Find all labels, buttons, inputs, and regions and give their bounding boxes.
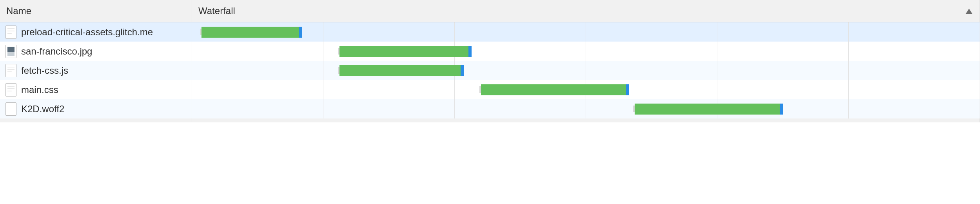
document-file-icon bbox=[5, 83, 16, 97]
waterfall-gridlines bbox=[192, 99, 980, 118]
timing-bar-download bbox=[481, 84, 626, 95]
document-file-icon bbox=[5, 26, 16, 39]
name-cell: K2D.woff2 bbox=[0, 99, 192, 118]
name-cell: fetch-css.js bbox=[0, 61, 192, 80]
table-row[interactable]: fetch-css.js bbox=[0, 61, 980, 80]
blank-file-icon bbox=[5, 102, 16, 116]
table-row[interactable]: main.css bbox=[0, 80, 980, 99]
timing-bar-end bbox=[461, 65, 464, 76]
timing-bar-end bbox=[468, 46, 472, 57]
timing-bar[interactable] bbox=[479, 84, 629, 95]
timing-bar[interactable] bbox=[633, 104, 783, 115]
table-header-row: Name Waterfall bbox=[0, 0, 980, 22]
waterfall-cell bbox=[192, 99, 980, 118]
timing-bar[interactable] bbox=[338, 65, 464, 76]
name-cell: san-francisco.jpg bbox=[0, 42, 192, 61]
filename-label: san-francisco.jpg bbox=[21, 46, 92, 57]
table-footer-strip bbox=[0, 118, 980, 122]
timing-bar-download bbox=[339, 46, 469, 57]
network-table: Name Waterfall preload-critical-assets.g… bbox=[0, 0, 980, 122]
svg-marker-0 bbox=[965, 9, 973, 14]
table-row[interactable]: K2D.woff2 bbox=[0, 99, 980, 118]
timing-bar-download bbox=[201, 27, 299, 38]
filename-label: K2D.woff2 bbox=[21, 104, 64, 115]
timing-bar-end bbox=[626, 84, 629, 95]
filename-label: preload-critical-assets.glitch.me bbox=[21, 27, 153, 38]
table-row[interactable]: preload-critical-assets.glitch.me bbox=[0, 22, 980, 42]
waterfall-cell bbox=[192, 42, 980, 61]
timing-bar-download bbox=[339, 65, 461, 76]
column-header-waterfall-label: Waterfall bbox=[198, 5, 235, 16]
document-file-icon bbox=[5, 64, 16, 77]
waterfall-gridlines bbox=[192, 42, 980, 61]
column-header-name[interactable]: Name bbox=[0, 0, 192, 22]
filename-label: fetch-css.js bbox=[21, 65, 68, 76]
filename-label: main.css bbox=[21, 84, 58, 95]
waterfall-cell bbox=[192, 61, 980, 80]
timing-bar-end bbox=[299, 27, 302, 38]
timing-bar[interactable] bbox=[200, 27, 302, 38]
column-header-waterfall[interactable]: Waterfall bbox=[192, 0, 980, 22]
image-file-icon bbox=[5, 45, 16, 58]
sort-ascending-icon bbox=[965, 5, 973, 16]
table-row[interactable]: san-francisco.jpg bbox=[0, 42, 980, 61]
waterfall-gridlines bbox=[192, 61, 980, 80]
table-body: preload-critical-assets.glitch.mesan-fra… bbox=[0, 22, 980, 118]
waterfall-gridlines bbox=[192, 22, 980, 42]
timing-bar-download bbox=[635, 104, 780, 115]
timing-bar[interactable] bbox=[338, 46, 472, 57]
name-cell: main.css bbox=[0, 80, 192, 99]
waterfall-cell bbox=[192, 80, 980, 99]
waterfall-cell bbox=[192, 22, 980, 42]
name-cell: preload-critical-assets.glitch.me bbox=[0, 22, 192, 42]
timing-bar-end bbox=[780, 104, 783, 115]
